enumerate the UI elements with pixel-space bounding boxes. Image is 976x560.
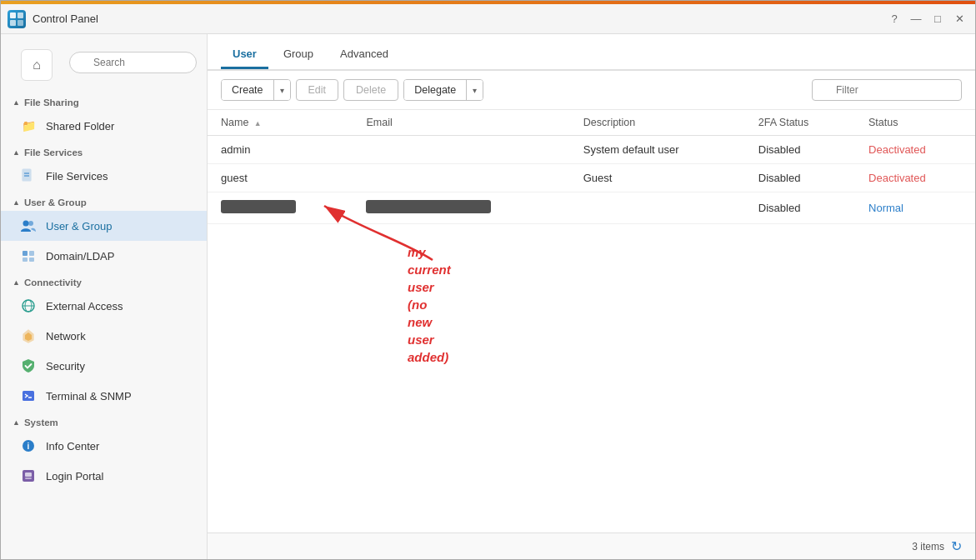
sidebar-item-label: Network bbox=[46, 330, 86, 342]
svg-rect-4 bbox=[23, 169, 31, 181]
sidebar-item-domain-ldap[interactable]: Domain/LDAP bbox=[1, 241, 207, 271]
sidebar-item-label: Info Center bbox=[46, 440, 99, 452]
window-title: Control Panel bbox=[33, 12, 885, 25]
sidebar-item-label: Security bbox=[46, 360, 85, 372]
sidebar-section-file-services[interactable]: ▲ File Services bbox=[1, 141, 207, 161]
help-button[interactable]: ? bbox=[885, 10, 903, 28]
sidebar-item-label: Terminal & SNMP bbox=[46, 390, 132, 402]
col-name: Name ▲ bbox=[208, 110, 353, 136]
home-button[interactable]: ⌂ bbox=[21, 49, 53, 81]
section-label: File Sharing bbox=[24, 98, 79, 108]
tab-user[interactable]: User bbox=[221, 41, 268, 69]
chevron-icon: ▲ bbox=[13, 278, 20, 287]
chevron-icon: ▲ bbox=[13, 98, 20, 107]
minimize-button[interactable]: — bbox=[907, 10, 925, 28]
svg-rect-3 bbox=[18, 20, 23, 26]
delegate-button[interactable]: Delegate bbox=[404, 80, 467, 100]
svg-rect-12 bbox=[29, 258, 34, 262]
col-email: Email bbox=[353, 110, 569, 136]
toolbar: Create ▾ Edit Delete Delegate ▾ bbox=[208, 71, 975, 110]
redacted-email bbox=[366, 200, 491, 213]
sidebar: ⌂ 🔍 ▲ File Sharing 📁 Shared Folder ▲ Fil… bbox=[1, 34, 208, 559]
cell-name bbox=[208, 192, 353, 224]
col-status: Status bbox=[855, 110, 975, 136]
sidebar-item-label: Login Portal bbox=[46, 470, 103, 482]
sidebar-item-external-access[interactable]: External Access bbox=[1, 291, 207, 321]
network-icon bbox=[19, 327, 38, 345]
col-2fa-status: 2FA Status bbox=[745, 110, 855, 136]
delegate-button-group[interactable]: Delegate ▾ bbox=[403, 79, 483, 101]
sidebar-item-label: External Access bbox=[46, 300, 123, 312]
external-access-icon bbox=[19, 297, 38, 315]
section-label: System bbox=[24, 418, 58, 428]
sidebar-item-info-center[interactable]: i Info Center bbox=[1, 431, 207, 461]
sidebar-item-login-portal[interactable]: Login Portal bbox=[1, 461, 207, 491]
delegate-dropdown-arrow[interactable]: ▾ bbox=[467, 80, 483, 100]
sidebar-item-security[interactable]: Security bbox=[1, 351, 207, 381]
svg-rect-21 bbox=[25, 472, 32, 477]
security-icon bbox=[19, 357, 38, 375]
chevron-icon: ▲ bbox=[13, 418, 20, 427]
table-row[interactable]: admin System default user Disabled Deact… bbox=[208, 136, 975, 164]
cell-email bbox=[353, 192, 569, 224]
svg-rect-0 bbox=[10, 12, 16, 18]
sidebar-section-system[interactable]: ▲ System bbox=[1, 411, 207, 431]
tab-advanced[interactable]: Advanced bbox=[328, 41, 400, 69]
cell-description: Guest bbox=[570, 164, 745, 192]
cell-description: System default user bbox=[570, 136, 745, 164]
svg-rect-22 bbox=[25, 478, 32, 479]
sidebar-section-user-group[interactable]: ▲ User & Group bbox=[1, 191, 207, 211]
redacted-name bbox=[221, 200, 296, 213]
sidebar-item-label: User & Group bbox=[46, 220, 112, 232]
table-container: Name ▲ Email Description 2FA Status Stat… bbox=[208, 110, 975, 532]
table-row[interactable]: guest Guest Disabled Deactivated bbox=[208, 164, 975, 192]
search-input[interactable] bbox=[69, 52, 197, 73]
cell-email bbox=[353, 164, 569, 192]
create-dropdown-arrow[interactable]: ▾ bbox=[274, 80, 290, 100]
sidebar-item-label: File Services bbox=[46, 170, 108, 182]
svg-rect-11 bbox=[23, 258, 28, 262]
svg-rect-1 bbox=[18, 12, 23, 18]
refresh-icon[interactable]: ↻ bbox=[951, 538, 962, 554]
svg-point-7 bbox=[23, 221, 29, 227]
sidebar-item-terminal-snmp[interactable]: Terminal & SNMP bbox=[1, 381, 207, 411]
svg-text:i: i bbox=[28, 442, 30, 451]
users-icon bbox=[19, 217, 38, 235]
col-description: Description bbox=[570, 110, 745, 136]
filter-input[interactable] bbox=[812, 79, 962, 101]
sidebar-section-connectivity[interactable]: ▲ Connectivity bbox=[1, 271, 207, 291]
title-bar: Control Panel ? — □ ✕ bbox=[1, 4, 975, 34]
create-button[interactable]: Create bbox=[222, 80, 274, 100]
filter-wrapper bbox=[812, 79, 962, 101]
chevron-icon: ▲ bbox=[13, 148, 20, 157]
edit-button[interactable]: Edit bbox=[296, 79, 339, 101]
table-row[interactable]: Disabled Normal bbox=[208, 192, 975, 224]
create-button-group[interactable]: Create ▾ bbox=[221, 79, 291, 101]
delete-button[interactable]: Delete bbox=[343, 79, 398, 101]
maximize-button[interactable]: □ bbox=[928, 10, 947, 28]
svg-rect-2 bbox=[10, 20, 16, 26]
sidebar-item-shared-folder[interactable]: 📁 Shared Folder bbox=[1, 111, 207, 141]
cell-description bbox=[570, 192, 745, 224]
section-label: Connectivity bbox=[24, 278, 82, 288]
sidebar-item-file-services[interactable]: File Services bbox=[1, 161, 207, 191]
chevron-icon: ▲ bbox=[13, 198, 20, 207]
items-count: 3 items bbox=[912, 541, 944, 552]
content-area: User Group Advanced Create ▾ Edit Delete… bbox=[208, 34, 975, 559]
svg-rect-10 bbox=[29, 251, 34, 256]
file-icon bbox=[19, 167, 38, 185]
svg-rect-9 bbox=[23, 251, 28, 256]
tab-group[interactable]: Group bbox=[272, 41, 325, 69]
window-controls: ? — □ ✕ bbox=[885, 10, 968, 28]
domain-icon bbox=[19, 247, 38, 265]
cell-2fa: Disabled bbox=[745, 192, 855, 224]
sidebar-item-network[interactable]: Network bbox=[1, 321, 207, 351]
table-header-row: Name ▲ Email Description 2FA Status Stat… bbox=[208, 110, 975, 136]
sidebar-item-label: Shared Folder bbox=[46, 120, 114, 132]
app-icon bbox=[8, 10, 26, 28]
sidebar-section-file-sharing[interactable]: ▲ File Sharing bbox=[1, 91, 207, 111]
content-footer: 3 items ↻ bbox=[208, 532, 975, 559]
close-button[interactable]: ✕ bbox=[950, 10, 968, 28]
tab-bar: User Group Advanced bbox=[208, 34, 975, 71]
sidebar-item-user-group[interactable]: User & Group bbox=[1, 211, 207, 241]
